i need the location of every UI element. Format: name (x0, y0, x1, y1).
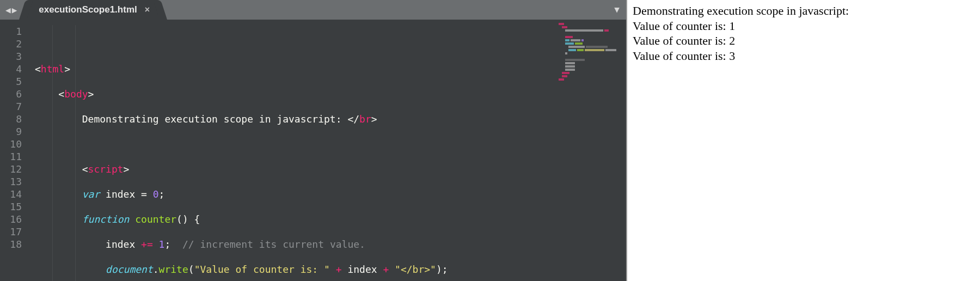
code-token: "Value of counter is: " (194, 264, 330, 275)
code-token: br (359, 113, 371, 125)
code-token: index (347, 264, 377, 275)
line-number: 4 (0, 63, 22, 75)
line-number: 11 (0, 150, 22, 163)
line-number: 13 (0, 175, 22, 188)
code-token: "</br>" (395, 264, 436, 275)
nav-back-icon[interactable]: ◀ (5, 5, 11, 15)
line-number: 10 (0, 138, 22, 150)
code-token: var (82, 188, 100, 200)
output-line: Value of counter is: 2 (633, 33, 975, 48)
tab-bar: ◀ ▶ executionScope1.html × ▼ (0, 0, 626, 20)
code-token: > (88, 88, 94, 100)
line-number: 5 (0, 75, 22, 88)
code-token: 1 (159, 239, 165, 250)
code-token: ); (436, 264, 448, 275)
line-number: 16 (0, 213, 22, 225)
code-token: ( (188, 264, 194, 275)
code-token (35, 264, 106, 275)
code-token: ; (159, 188, 165, 200)
minimap[interactable] (559, 23, 624, 105)
code-token (35, 239, 106, 250)
line-number: 7 (0, 100, 22, 113)
line-number-gutter: 1 2 3 4 5 6 7 8 9 10 11 12 13 14 15 16 1… (0, 20, 29, 281)
code-token: > (371, 113, 377, 125)
code-token: write (159, 264, 188, 275)
code-token: . (153, 264, 159, 275)
code-token: body (64, 88, 88, 100)
code-text[interactable]: <html> <body> Demonstrating execution sc… (29, 20, 626, 281)
code-token: counter (135, 213, 176, 225)
code-token: < (35, 63, 41, 75)
tab-filename: executionScope1.html (39, 4, 137, 15)
code-token: < (58, 88, 64, 100)
tab-active[interactable]: executionScope1.html × (27, 0, 160, 20)
tab-overflow-icon[interactable]: ▼ (614, 4, 620, 15)
app-root: ◀ ▶ executionScope1.html × ▼ 1 2 3 4 5 6… (0, 0, 980, 281)
code-token (100, 188, 106, 200)
line-number: 15 (0, 200, 22, 213)
line-number: 18 (0, 238, 22, 251)
code-area[interactable]: 1 2 3 4 5 6 7 8 9 10 11 12 13 14 15 16 1… (0, 20, 626, 281)
code-token: > (124, 163, 130, 175)
line-number: 17 (0, 225, 22, 238)
code-token (129, 213, 135, 225)
editor-pane: ◀ ▶ executionScope1.html × ▼ 1 2 3 4 5 6… (0, 0, 626, 281)
code-token (35, 88, 58, 100)
code-token: > (64, 63, 70, 75)
code-token: + (330, 264, 348, 275)
line-number: 8 (0, 113, 22, 125)
code-token: document (106, 264, 153, 275)
output-line: Demonstrating execution scope in javascr… (633, 3, 975, 19)
code-token: script (88, 163, 124, 175)
line-number: 14 (0, 188, 22, 200)
code-token: ; (164, 239, 182, 250)
line-number: 6 (0, 88, 22, 100)
nav-forward-icon[interactable]: ▶ (12, 5, 17, 15)
browser-output-pane: Demonstrating execution scope in javascr… (626, 0, 980, 281)
line-number: 2 (0, 38, 22, 50)
line-number: 3 (0, 50, 22, 63)
code-token: < (82, 163, 88, 175)
output-line: Value of counter is: 1 (633, 19, 975, 34)
code-token: // increment its current value. (182, 239, 365, 250)
line-number: 1 (0, 25, 22, 38)
line-number: 9 (0, 125, 22, 138)
close-icon[interactable]: × (145, 5, 150, 15)
code-token: Demonstrating execution scope in javascr… (82, 113, 348, 125)
code-token: += (135, 239, 158, 250)
code-token: + (377, 264, 395, 275)
code-token: = (135, 188, 153, 200)
code-token: function (82, 213, 130, 225)
code-token: () { (176, 213, 200, 225)
output-line: Value of counter is: 3 (633, 48, 975, 64)
code-token: index (106, 239, 135, 250)
code-token: </ (347, 113, 359, 125)
line-number: 12 (0, 163, 22, 175)
code-token: 0 (153, 188, 159, 200)
code-token: index (106, 188, 135, 200)
